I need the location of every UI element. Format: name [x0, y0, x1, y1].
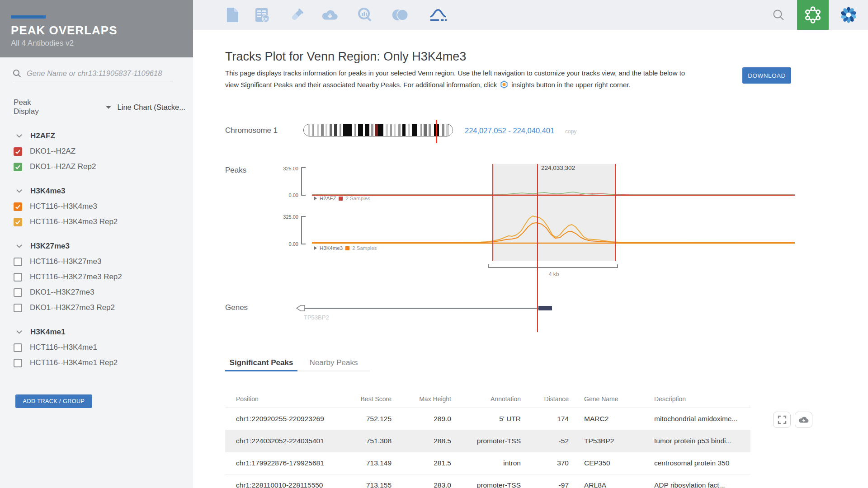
track-group-header[interactable]: H3K4me3 [0, 183, 193, 199]
table-cell: promoter-TSS [451, 437, 521, 445]
download-button[interactable]: DOWNLOAD [742, 67, 791, 84]
table-cell: chr1:224032052-224035401 [225, 437, 338, 445]
table-header-cell[interactable]: Gene Name [569, 395, 654, 403]
table-cell: MARC2 [569, 415, 654, 423]
cloud-download-icon[interactable] [321, 6, 339, 23]
track-group-header[interactable]: H3K4me1 [0, 324, 193, 340]
track-label: DKO1--H3K27me3 Rep2 [30, 303, 115, 312]
add-track-group-button[interactable]: ADD TRACK / GROUP [15, 394, 92, 408]
table-cell: 288.5 [392, 437, 451, 445]
track-checkbox[interactable] [14, 304, 22, 312]
search-icon [13, 69, 21, 78]
track1-samples: 2 Samples [345, 196, 370, 201]
table-cell: chr1:228110010-228115550 [225, 481, 338, 488]
track-label: HCT116--H3K4me3 [30, 202, 97, 211]
table-header-cell[interactable]: Max Height [392, 395, 451, 403]
table-qc-icon[interactable]: QC [254, 6, 271, 23]
coverage-plot[interactable] [289, 160, 800, 282]
table-cell: 289.0 [392, 415, 451, 423]
table-cell: 5' UTR [451, 415, 521, 423]
track-checkbox[interactable] [14, 147, 22, 156]
table-cell: intron [451, 459, 521, 467]
track-checkbox[interactable] [14, 218, 22, 226]
table-cell: 751.308 [338, 437, 392, 445]
tab-nearby-peaks[interactable]: Nearby Peaks [297, 355, 370, 371]
app-window: PEAK OVERLAPS All 4 Antibodies v2 Peak D… [0, 0, 868, 488]
coverage-curve-H3K4me3-amber [312, 216, 795, 242]
table-cell: 713.155 [338, 481, 392, 488]
table-header-cell[interactable]: Description [654, 395, 750, 403]
venn-diagram-icon[interactable] [392, 6, 409, 23]
track2-name: H3K4me3 [320, 245, 343, 251]
table-cell: ADP ribosylation fact... [654, 481, 750, 488]
peaks-track-icon[interactable] [429, 6, 447, 23]
region-coordinates[interactable]: 224,027,052 - 224,040,401 [465, 127, 554, 135]
table-header-cell[interactable]: Distance [521, 395, 569, 403]
track1-legend[interactable]: H2AFZ 2 Samples [314, 196, 370, 201]
ideogram-band [378, 124, 383, 136]
track-checkbox[interactable] [14, 273, 22, 282]
svg-text:QC: QC [263, 17, 269, 21]
fullscreen-button[interactable] [773, 412, 791, 428]
table-row[interactable]: chr1:179922876-179925681713.149281.5intr… [225, 452, 750, 474]
page-description-line2-post: insights button in the upper right corne… [511, 81, 631, 89]
track-checkbox[interactable] [14, 163, 22, 171]
track-checkbox[interactable] [14, 202, 22, 211]
table-header-cell[interactable]: Best Score [338, 395, 392, 403]
track-label: HCT116--H3K4me1 [30, 343, 97, 352]
export-table-button[interactable] [795, 412, 812, 428]
track-checkbox[interactable] [14, 288, 22, 297]
file-icon[interactable] [224, 6, 241, 23]
cursor-position-line [537, 164, 538, 332]
gene-search-input[interactable] [27, 69, 162, 78]
ideogram-band [449, 124, 453, 136]
track-label: DKO1--H2AZ Rep2 [30, 162, 96, 171]
table-header-cell[interactable]: Position [225, 395, 338, 403]
peaks-section-label: Peaks [225, 166, 246, 175]
peak-display-value[interactable]: Line Chart (Stacke... [118, 103, 185, 112]
page-description-line2: view Significant Peaks and their associa… [225, 80, 631, 89]
dropdown-caret-icon[interactable] [106, 106, 111, 109]
expand-arrow-icon[interactable] [314, 197, 317, 200]
region-boundary-right-line [615, 164, 616, 261]
table-row[interactable]: chr1:224032052-224035401751.308288.5prom… [225, 430, 750, 452]
track2-legend[interactable]: H3K4me3 2 Samples [314, 245, 377, 251]
test-tube-icon[interactable] [288, 6, 306, 23]
chevron-down-icon [16, 134, 22, 138]
molecule-icon [804, 6, 822, 24]
expand-arrow-icon[interactable] [314, 246, 317, 250]
track-row: HCT116--H3K4me1 [0, 340, 193, 355]
track-group-header[interactable]: H2AFZ [0, 128, 193, 144]
track-checkbox[interactable] [14, 343, 22, 352]
track-group-name: H3K4me1 [30, 328, 66, 337]
table-header-cell[interactable]: Annotation [451, 395, 521, 403]
track-row: HCT116--H3K4me3 Rep2 [0, 214, 193, 230]
chevron-down-icon [16, 244, 22, 248]
track-group: H3K4me3HCT116--H3K4me3HCT116--H3K4me3 Re… [0, 183, 193, 230]
molecule-apps-button[interactable] [797, 0, 829, 30]
ideogram-band [402, 124, 406, 136]
track-group-name: H3K4me3 [30, 187, 66, 196]
track-checkbox[interactable] [14, 258, 22, 266]
chromosome-ideogram[interactable] [303, 124, 453, 136]
global-search-icon[interactable] [771, 7, 786, 23]
track-row: HCT116--H3K4me1 Rep2 [0, 355, 193, 371]
fullscreen-icon [778, 415, 787, 424]
ideogram-band [417, 124, 420, 136]
table-row[interactable]: chr1:228110010-228115550713.155283.0prom… [225, 474, 750, 488]
track-row: DKO1--H3K27me3 Rep2 [0, 300, 193, 315]
page-description-line1: This page displays tracks information fo… [225, 69, 685, 77]
ideogram-band [424, 124, 427, 136]
user-avatar-logo[interactable] [839, 5, 858, 24]
search-analytics-icon[interactable] [356, 6, 373, 23]
gene-exon-box [538, 306, 552, 310]
peak-display-selector[interactable]: Peak Display Line Chart (Stacke... [14, 100, 185, 114]
table-row[interactable]: chr1:220920255-220923269752.125289.05' U… [225, 408, 750, 430]
table-cell: TP53BP2 [569, 437, 654, 445]
track1-name: H2AFZ [320, 196, 336, 201]
track-checkbox[interactable] [14, 359, 22, 367]
copy-coordinates-button[interactable]: copy [565, 128, 576, 135]
track-group-header[interactable]: H3K27me3 [0, 239, 193, 254]
tab-significant-peaks[interactable]: Significant Peaks [225, 355, 297, 371]
peaks-tabs: Significant Peaks Nearby Peaks [225, 355, 370, 371]
